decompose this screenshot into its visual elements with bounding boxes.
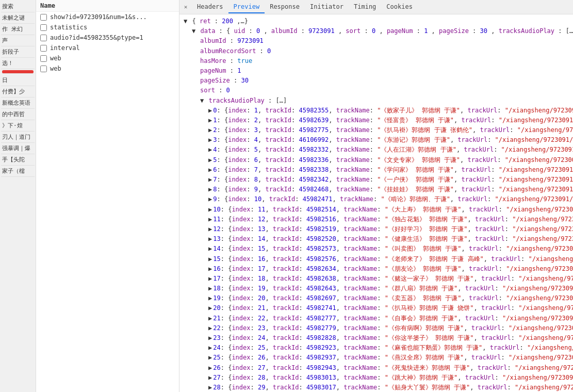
track-row-26: ▶ 26: {index: 27, trackId: 45982943, tra… xyxy=(184,363,569,373)
tab-initiator[interactable]: Initiator xyxy=(305,1,349,13)
track-row-18: ▶ 18: {index: 19, trackId: 45982643, tra… xyxy=(184,284,569,293)
left-edge-sidebar: 搜索 未解之谜 作 米幻 声 折段子 选！ 日 付费】少 新概念英语 的中西哲 … xyxy=(0,0,36,392)
track-row-15: ▶ 15: {index: 16, trackId: 45982576, tra… xyxy=(184,254,569,264)
checkbox-interval[interactable] xyxy=(40,45,47,52)
sidebar-item-web1[interactable]: web xyxy=(36,53,179,63)
tab-bar: ✕ Headers Preview Response Initiator Tim… xyxy=(179,0,573,14)
track-row-11: ▶ 11: {index: 12, trackId: 45982516, tra… xyxy=(184,215,569,224)
right-panel: ✕ Headers Preview Response Initiator Tim… xyxy=(179,0,573,392)
left-item-book1[interactable]: 》下·煌 xyxy=(1,120,35,132)
left-item-search[interactable]: 搜索 xyxy=(1,1,35,12)
pagenum-line: pageNum : 1 xyxy=(184,66,569,76)
track-row-3: ▶ 3: {index: 4, trackId: 46106992, track… xyxy=(184,135,569,145)
tracks-header-line: ▼ tracksAudioPlay : […] xyxy=(184,96,569,106)
tab-headers[interactable]: Headers xyxy=(192,1,228,13)
name-column-header: Name xyxy=(36,0,179,12)
sidebar-item-audio[interactable]: audio?id=45982355&ptype=1 xyxy=(36,32,179,43)
track-row-19: ▶ 19: {index: 20, trackId: 45982697, tra… xyxy=(184,293,569,303)
sort-line: sort : 0 xyxy=(184,86,569,95)
checkbox-show[interactable] xyxy=(40,14,47,21)
tab-response[interactable]: Response xyxy=(265,1,305,13)
ret-line: ▼ { ret : 200 ,…} xyxy=(184,17,569,26)
left-item-dao[interactable]: 刃人｜道门 xyxy=(1,132,35,143)
sidebar-item-statistics[interactable]: statistics xyxy=(36,22,179,32)
track-row-9: ▶ 9: {index: 10, trackId: 45982471, trac… xyxy=(184,194,569,204)
track-row-5: ▶ 5: {index: 6, trackId: 45982336, track… xyxy=(184,155,569,165)
track-row-25: ▶ 25: {index: 26, trackId: 45982937, tra… xyxy=(184,353,569,363)
track-row-17: ▶ 17: {index: 18, trackId: 45982638, tra… xyxy=(184,274,569,284)
data-line: ▼ data : { uid : 0 , albumId : 9723091 ,… xyxy=(184,26,569,36)
left-item-joke[interactable]: 折段子 xyxy=(1,46,35,58)
sidebar-item-show[interactable]: show?id=9723091&num=1&s... xyxy=(36,12,179,22)
track-row-7: ▶ 7: {index: 8, trackId: 45982342, track… xyxy=(184,175,569,185)
track-row-21: ▶ 21: {index: 22, trackId: 45982777, tra… xyxy=(184,314,569,323)
tab-preview[interactable]: Preview xyxy=(228,1,265,13)
left-item-author[interactable]: 作 米幻 xyxy=(1,24,35,35)
track-row-6: ▶ 6: {index: 7, trackId: 45982338, track… xyxy=(184,165,569,175)
track-row-0: ▶ 0: {index: 1, trackId: 45982355, track… xyxy=(184,106,569,116)
sidebar-item-interval[interactable]: interval xyxy=(36,43,179,53)
track-row-23: ▶ 23: {index: 24, trackId: 45982828, tra… xyxy=(184,333,569,343)
track-row-22: ▶ 22: {index: 23, trackId: 45982779, tra… xyxy=(184,323,569,333)
checkbox-statistics[interactable] xyxy=(40,24,47,31)
tab-timing[interactable]: Timing xyxy=(349,1,381,13)
left-item-philo[interactable]: 的中西哲 xyxy=(1,109,35,120)
tracks-container: ▶ 0: {index: 1, trackId: 45982355, track… xyxy=(184,106,569,392)
left-item-english[interactable]: 新概念英语 xyxy=(1,97,35,109)
track-row-8: ▶ 8: {index: 9, trackId: 45982468, track… xyxy=(184,185,569,194)
left-item-monk[interactable]: 手【头陀 xyxy=(1,154,35,166)
left-item-mystery[interactable]: 未解之谜 xyxy=(1,12,35,24)
tab-cookies[interactable]: Cookies xyxy=(381,1,418,13)
track-row-13: ▶ 13: {index: 14, trackId: 45982520, tra… xyxy=(184,234,569,244)
albumid-line: albumId : 9723091 xyxy=(184,36,569,46)
track-row-12: ▶ 12: {index: 13, trackId: 45982519, tra… xyxy=(184,224,569,234)
network-sidebar: Name show?id=9723091&num=1&s... statisti… xyxy=(36,0,179,392)
pagesize-line: pageSize : 30 xyxy=(184,76,569,86)
track-row-27: ▶ 27: {index: 28, trackId: 45983013, tra… xyxy=(184,373,569,383)
left-item-sound[interactable]: 声 xyxy=(1,35,35,46)
json-content: ▼ { ret : 200 ,…} ▼ data : { uid : 0 , a… xyxy=(179,14,573,392)
left-item-red[interactable] xyxy=(2,70,34,74)
left-item-boom[interactable]: 强暴调｜爆 xyxy=(1,143,35,154)
checkbox-web1[interactable] xyxy=(40,55,47,62)
track-row-16: ▶ 16: {index: 17, trackId: 45982634, tra… xyxy=(184,264,569,274)
track-row-14: ▶ 14: {index: 15, trackId: 45982573, tra… xyxy=(184,244,569,254)
left-item-select[interactable]: 选！ xyxy=(1,58,35,69)
checkbox-web2[interactable] xyxy=(40,66,47,72)
albumrecordsort-line: albumRecordSort : 0 xyxy=(184,46,569,56)
track-row-20: ▶ 20: {index: 21, trackId: 45982741, tra… xyxy=(184,303,569,313)
track-row-24: ▶ 24: {index: 25, trackId: 45982923, tra… xyxy=(184,343,569,353)
track-row-2: ▶ 2: {index: 3, trackId: 45982775, track… xyxy=(184,125,569,135)
left-item-day[interactable]: 日 xyxy=(1,75,35,86)
left-item-paid[interactable]: 付费】少 xyxy=(1,86,35,97)
track-row-1: ▶ 1: {index: 2, trackId: 45982639, track… xyxy=(184,116,569,125)
checkbox-audio[interactable] xyxy=(40,35,47,41)
left-item-family[interactable]: 家子（檽 xyxy=(1,166,35,177)
sidebar-item-web2[interactable]: web xyxy=(36,63,179,74)
close-button[interactable]: ✕ xyxy=(182,3,190,11)
hasmore-line: hasMore : true xyxy=(184,56,569,66)
track-row-28: ▶ 28: {index: 29, trackId: 45983017, tra… xyxy=(184,383,569,392)
track-row-4: ▶ 4: {index: 5, trackId: 45982332, track… xyxy=(184,145,569,155)
track-row-10: ▶ 10: {index: 11, trackId: 45982514, tra… xyxy=(184,205,569,215)
